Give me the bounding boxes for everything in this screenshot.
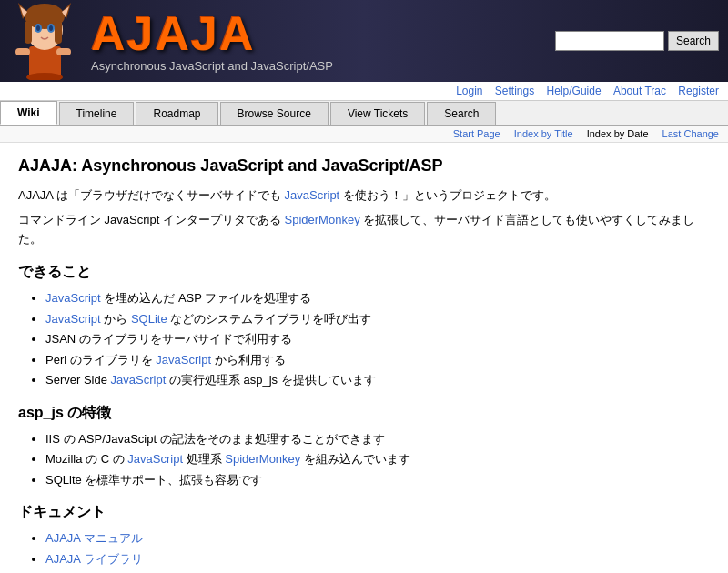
list-item: JSAN のライブラリをサーバサイドで利用する <box>46 330 710 348</box>
header: AJAJA Asynchronous JavaScript and JavaSc… <box>0 0 728 82</box>
content: AJAJA: Asynchronous JavaScript and JavaS… <box>0 143 728 573</box>
header-search-input[interactable] <box>555 31 664 51</box>
section-heading-docs: ドキュメント <box>18 503 710 522</box>
login-link[interactable]: Login <box>456 85 482 97</box>
javascript-link-4[interactable]: JavaScript <box>156 353 211 367</box>
sub-nav-index-by-title[interactable]: Index by Title <box>514 128 573 139</box>
register-link[interactable]: Register <box>678 85 719 97</box>
docs-list: AJAJA マニュアル AJAJA ライブラリ <box>46 529 710 568</box>
top-nav: Login Settings Help/Guide About Trac Reg… <box>0 82 728 101</box>
logo-character <box>9 3 77 80</box>
list-item: AJAJA マニュアル <box>46 529 710 548</box>
help-link[interactable]: Help/Guide <box>547 85 602 97</box>
list-item: Server Side JavaScript の実行処理系 asp_js を提供… <box>46 371 710 389</box>
tab-search[interactable]: Search <box>427 102 496 125</box>
header-search-button[interactable]: Search <box>668 31 719 51</box>
list-item: SQLite を標準サポート、拡張も容易です <box>46 471 710 489</box>
aspjs-list: IIS の ASP/JavaScipt の記法をそのまま処理することができます … <box>46 430 710 489</box>
list-item: Mozilla の C の JavaScript 処理系 SpiderMonke… <box>46 450 710 468</box>
list-item: JavaScript を埋め込んだ ASP ファイルを処理する <box>46 289 710 307</box>
page-title: AJAJA: Asynchronous JavaScript and JavaS… <box>18 156 710 176</box>
javascript-link-1[interactable]: JavaScript <box>285 188 340 202</box>
section-heading-dekiru: できること <box>18 263 710 282</box>
tab-wiki[interactable]: Wiki <box>0 101 57 125</box>
intro-paragraph-1: AJAJA は「ブラウザだけでなくサーバサイドでも JavaScript を使お… <box>18 186 710 206</box>
main-nav: Wiki Timeline Roadmap Browse Source View… <box>0 101 728 126</box>
tab-browse-source[interactable]: Browse Source <box>220 102 329 125</box>
section-heading-aspjs: asp_js の特徴 <box>18 404 710 423</box>
tab-view-tickets[interactable]: View Tickets <box>330 102 425 125</box>
svg-point-9 <box>49 25 53 31</box>
sub-nav-last-change[interactable]: Last Change <box>662 128 719 139</box>
dekiru-list: JavaScript を埋め込んだ ASP ファイルを処理する JavaScri… <box>46 289 710 389</box>
logo-subtitle: Asynchronous JavaScript and JavaScript/A… <box>91 59 333 73</box>
ajaja-manual-link[interactable]: AJAJA マニュアル <box>46 531 143 545</box>
logo-area: AJAJA Asynchronous JavaScript and JavaSc… <box>0 3 333 80</box>
svg-rect-4 <box>25 21 32 44</box>
svg-rect-11 <box>56 48 71 55</box>
tab-timeline[interactable]: Timeline <box>59 102 135 125</box>
list-item: IIS の ASP/JavaScipt の記法をそのまま処理することができます <box>46 430 710 448</box>
intro-paragraph-2: コマンドライン JavaScript インタープリタである SpiderMonk… <box>18 211 710 249</box>
spider-monkey-link-2[interactable]: SpiderMonkey <box>225 452 300 466</box>
javascript-link-2[interactable]: JavaScript <box>46 291 101 305</box>
logo-text-area: AJAJA Asynchronous JavaScript and JavaSc… <box>77 10 333 73</box>
tab-roadmap[interactable]: Roadmap <box>136 102 217 125</box>
list-item: AJAJA ライブラリ <box>46 550 710 568</box>
svg-point-8 <box>36 25 40 31</box>
ajaja-library-link[interactable]: AJAJA ライブラリ <box>46 552 143 566</box>
spider-monkey-link-1[interactable]: SpiderMonkey <box>285 213 360 226</box>
header-search: Search <box>555 31 719 51</box>
settings-link[interactable]: Settings <box>495 85 534 97</box>
list-item: JavaScript から SQLite などのシステムライブラリを呼び出す <box>46 310 710 328</box>
sub-nav-index-by-date[interactable]: Index by Date <box>587 128 649 139</box>
sub-nav: Start Page Index by Title Index by Date … <box>0 126 728 143</box>
svg-rect-10 <box>15 48 30 55</box>
about-trac-link[interactable]: About Trac <box>613 85 666 97</box>
sub-nav-start-page[interactable]: Start Page <box>453 128 500 139</box>
sqlite-link[interactable]: SQLite <box>131 312 167 326</box>
javascript-link-3[interactable]: JavaScript <box>46 312 101 326</box>
javascript-link-5[interactable]: JavaScript <box>111 373 167 387</box>
svg-rect-5 <box>55 21 62 44</box>
logo-title: AJAJA <box>91 10 333 57</box>
list-item: Perl のライブラリを JavaScript から利用する <box>46 351 710 369</box>
javascript-link-6[interactable]: JavaScript <box>127 452 183 466</box>
